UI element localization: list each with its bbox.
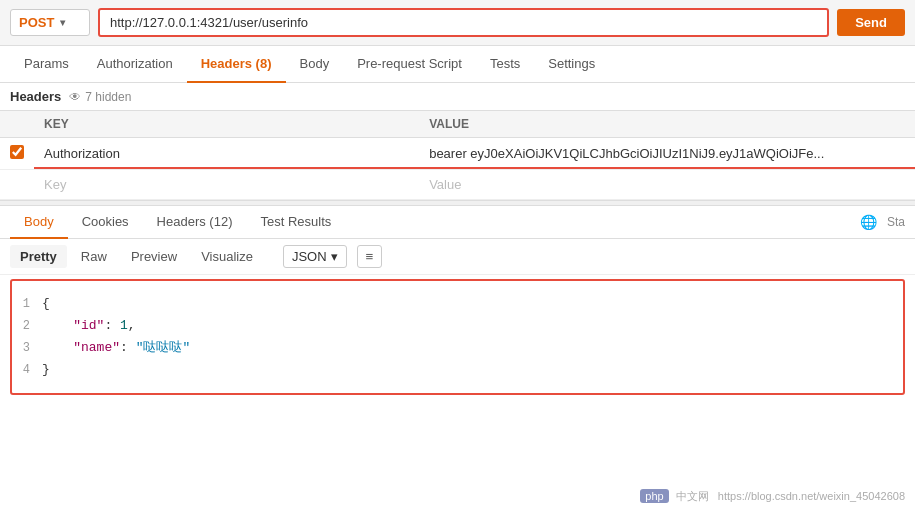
auth-key-cell: Authorization	[34, 138, 419, 170]
method-label: POST	[19, 15, 54, 30]
code-area: 1 { 2 "id": 1, 3 "name": "哒哒哒" 4 }	[12, 285, 903, 389]
format-tab-preview[interactable]: Preview	[121, 245, 187, 268]
tab-headers[interactable]: Headers (8)	[187, 46, 286, 83]
response-body: Pretty Raw Preview Visualize JSON ▾ ≡ 1 …	[0, 239, 915, 395]
headers-table: KEY VALUE Authorization bearer eyJ0eXAiO…	[0, 111, 915, 200]
tab-pre-request-script[interactable]: Pre-request Script	[343, 46, 476, 83]
table-row: Authorization bearer eyJ0eXAiOiJKV1QiLCJ…	[0, 138, 915, 170]
format-tab-visualize[interactable]: Visualize	[191, 245, 263, 268]
line-num-1: 1	[12, 293, 42, 315]
auth-value-underline	[419, 167, 915, 169]
code-content-1: {	[42, 293, 903, 315]
footer-text: 中文网	[676, 490, 709, 502]
hidden-text: 7 hidden	[85, 90, 131, 104]
send-button[interactable]: Send	[837, 9, 905, 36]
format-tab-pretty[interactable]: Pretty	[10, 245, 67, 268]
code-line-4: 4 }	[12, 359, 903, 381]
format-tabs-row: Pretty Raw Preview Visualize JSON ▾ ≡	[0, 239, 915, 275]
key-placeholder: Key	[44, 177, 66, 192]
code-line-2: 2 "id": 1,	[12, 315, 903, 337]
line-num-2: 2	[12, 315, 42, 337]
response-tab-body[interactable]: Body	[10, 206, 68, 239]
top-bar: POST ▾ Send	[0, 0, 915, 46]
code-number-1: 1	[120, 318, 128, 333]
code-key-name: "name"	[73, 340, 120, 355]
hidden-badge: 👁 7 hidden	[69, 90, 131, 104]
tab-tests[interactable]: Tests	[476, 46, 534, 83]
tab-settings[interactable]: Settings	[534, 46, 609, 83]
format-select-label: JSON	[292, 249, 327, 264]
response-actions: 🌐 Sta	[860, 214, 905, 230]
code-string-1: "哒哒哒"	[136, 340, 191, 355]
col-key-header: KEY	[34, 111, 419, 138]
method-arrow: ▾	[60, 17, 81, 28]
footer-url: https://blog.csdn.net/weixin_45042608	[718, 490, 905, 502]
code-content-3: "name": "哒哒哒"	[42, 337, 903, 359]
response-tab-headers[interactable]: Headers (12)	[143, 206, 247, 239]
table-row-empty: Key Value	[0, 170, 915, 200]
row-checkbox[interactable]	[10, 145, 24, 159]
status-text: Sta	[887, 215, 905, 229]
code-line-1: 1 {	[12, 293, 903, 315]
response-tabs-row: Body Cookies Headers (12) Test Results 🌐…	[0, 206, 915, 239]
auth-value-cell: bearer eyJ0eXAiOiJKV1QiLCJhbGciOiJIUzI1N…	[419, 138, 915, 170]
code-highlight-box: 1 { 2 "id": 1, 3 "name": "哒哒哒" 4 }	[10, 279, 905, 395]
footer: php 中文网 https://blog.csdn.net/weixin_450…	[640, 489, 905, 504]
response-tab-cookies[interactable]: Cookies	[68, 206, 143, 239]
code-content-4: }	[42, 359, 903, 381]
auth-value-text: bearer eyJ0eXAiOiJKV1QiLCJhbGciOiJIUzI1N…	[429, 146, 829, 161]
code-key-id: "id"	[73, 318, 104, 333]
format-select[interactable]: JSON ▾	[283, 245, 347, 268]
empty-checkbox-cell	[0, 170, 34, 200]
format-select-arrow: ▾	[331, 249, 338, 264]
value-placeholder: Value	[429, 177, 461, 192]
headers-label: Headers	[10, 89, 61, 104]
row-checkbox-cell[interactable]	[0, 138, 34, 170]
tab-params[interactable]: Params	[10, 46, 83, 83]
empty-value-cell[interactable]: Value	[419, 170, 915, 200]
url-input[interactable]	[98, 8, 829, 37]
code-line-3: 3 "name": "哒哒哒"	[12, 337, 903, 359]
line-num-4: 4	[12, 359, 42, 381]
auth-key-value: Authorization	[44, 146, 120, 161]
php-badge: php	[640, 489, 668, 503]
headers-bar: Headers 👁 7 hidden	[0, 83, 915, 111]
format-tab-raw[interactable]: Raw	[71, 245, 117, 268]
auth-underline	[34, 167, 419, 169]
response-tab-test-results[interactable]: Test Results	[246, 206, 345, 239]
globe-icon: 🌐	[860, 214, 877, 230]
request-tabs-row: Params Authorization Headers (8) Body Pr…	[0, 46, 915, 83]
col-value-header: VALUE	[419, 111, 915, 138]
tab-body[interactable]: Body	[286, 46, 344, 83]
eye-icon: 👁	[69, 90, 81, 104]
line-num-3: 3	[12, 337, 42, 359]
method-select[interactable]: POST ▾	[10, 9, 90, 36]
tab-authorization[interactable]: Authorization	[83, 46, 187, 83]
empty-key-cell[interactable]: Key	[34, 170, 419, 200]
code-content-2: "id": 1,	[42, 315, 903, 337]
col-checkbox	[0, 111, 34, 138]
wrap-button[interactable]: ≡	[357, 245, 383, 268]
